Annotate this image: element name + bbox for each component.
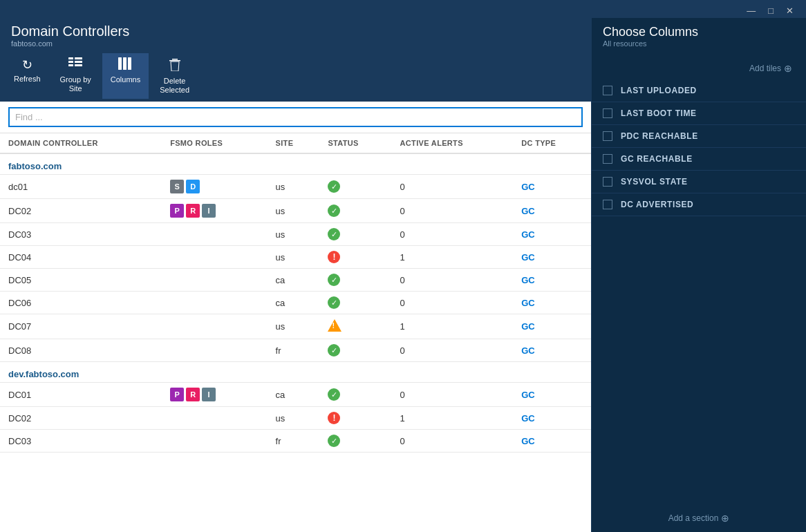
col-dc-type: DC TYPE — [513, 133, 591, 153]
column-checkbox[interactable] — [603, 86, 612, 95]
close-button[interactable]: ✕ — [782, 3, 798, 18]
dc-site: ca — [268, 292, 320, 314]
add-tiles-area: Add tiles ⊕ — [592, 52, 806, 79]
dc-site: us — [268, 246, 320, 269]
active-alerts: 0 — [392, 339, 514, 362]
dc-type: GC — [513, 339, 591, 362]
column-item-last-uploaded[interactable]: LAST UPLOADED — [592, 79, 806, 102]
column-checkbox[interactable] — [603, 131, 612, 141]
column-list: LAST UPLOADED LAST BOOT TIME PDC REACHAB… — [592, 79, 806, 504]
status-ok-icon: ✓ — [328, 180, 340, 193]
dc-site: us — [268, 407, 320, 430]
domain-controllers-table: DOMAIN CONTROLLER FSMO ROLES SITE STATUS… — [0, 133, 591, 453]
svg-rect-5 — [75, 64, 82, 66]
table-row[interactable]: DC01 PRI ca ✓ 0 GC — [0, 383, 591, 407]
maximize-button[interactable]: □ — [764, 3, 778, 18]
table-row[interactable]: DC02 PRI us ✓ 0 GC — [0, 199, 591, 223]
table-row[interactable]: DC03 us ✓ 0 GC — [0, 223, 591, 246]
column-item-dc-advertised[interactable]: DC ADVERTISED — [592, 193, 806, 216]
fsmo-badge-i: I — [202, 204, 216, 218]
table-body: fabtoso.com dc01 SD us ✓ 0 GC DC02 PRI u… — [0, 153, 591, 453]
group-by-button[interactable]: Group bySite — [52, 53, 100, 99]
table-row[interactable]: DC05 ca ✓ 0 GC — [0, 269, 591, 292]
dc-site: us — [268, 175, 320, 199]
status-error-icon: ! — [328, 251, 340, 263]
dc-site: us — [268, 223, 320, 246]
column-item-gc-reachable[interactable]: GC REACHABLE — [592, 148, 806, 171]
search-input[interactable] — [8, 107, 583, 127]
table-header: DOMAIN CONTROLLER FSMO ROLES SITE STATUS… — [0, 133, 591, 153]
refresh-button[interactable]: ↻ Refresh — [6, 53, 49, 99]
column-item-pdc-reachable[interactable]: PDC REACHABLE — [592, 125, 806, 148]
add-tiles-button[interactable]: Add tiles ⊕ — [744, 60, 798, 77]
status-error-icon: ! — [328, 412, 340, 424]
status-ok-icon: ✓ — [328, 296, 340, 309]
column-checkbox[interactable] — [603, 177, 612, 187]
col-fsmo-roles: FSMO ROLES — [162, 133, 267, 153]
dc-type: GC — [513, 383, 591, 407]
choose-columns-subtitle: All resources — [603, 39, 698, 48]
fsmo-badge-p: P — [170, 204, 184, 218]
add-tiles-label: Add tiles — [749, 64, 781, 73]
dc-status: ✓ — [319, 269, 391, 292]
column-item-last-boot-time[interactable]: LAST BOOT TIME — [592, 102, 806, 125]
dc-name: DC02 — [0, 407, 162, 430]
toolbar: ↻ Refresh Group bySite — [0, 50, 591, 102]
table-row[interactable]: DC07 us 1 GC — [0, 314, 591, 339]
column-checkbox[interactable] — [603, 200, 612, 209]
column-item-sysvol-state[interactable]: SYSVOL STATE — [592, 171, 806, 193]
delete-selected-button[interactable]: DeleteSelected — [151, 53, 198, 99]
fsmo-roles — [162, 430, 267, 453]
table-row[interactable]: DC03 fr ✓ 0 GC — [0, 430, 591, 453]
table-row[interactable]: DC08 fr ✓ 0 GC — [0, 339, 591, 362]
app-header: Domain Controllers fabtoso.com — [0, 18, 591, 50]
fsmo-roles — [162, 407, 267, 430]
search-bar — [0, 102, 591, 133]
table-row[interactable]: DC02 us ! 1 GC — [0, 407, 591, 430]
svg-rect-4 — [68, 64, 73, 66]
table-row[interactable]: DC06 ca ✓ 0 GC — [0, 292, 591, 314]
fsmo-badge-d: D — [186, 180, 200, 193]
delete-icon — [169, 57, 180, 75]
dc-name: DC01 — [0, 383, 162, 407]
group-by-icon — [68, 57, 82, 73]
dc-type: GC — [513, 175, 591, 199]
dc-status: ✓ — [319, 175, 391, 199]
content-area: DOMAIN CONTROLLER FSMO ROLES SITE STATUS… — [0, 102, 591, 532]
fsmo-roles — [162, 314, 267, 339]
active-alerts: 0 — [392, 199, 514, 223]
fsmo-roles — [162, 246, 267, 269]
dc-name: DC03 — [0, 223, 162, 246]
status-ok-icon: ✓ — [328, 344, 340, 357]
status-ok-icon: ✓ — [328, 228, 340, 240]
dc-type: GC — [513, 292, 591, 314]
app-container: Domain Controllers fabtoso.com ↻ Refresh — [0, 18, 806, 532]
title-bar: — □ ✕ — [0, 0, 806, 18]
status-ok-icon: ✓ — [328, 388, 340, 401]
column-label: GC REACHABLE — [621, 154, 693, 164]
active-alerts: 0 — [392, 383, 514, 407]
table-row[interactable]: DC04 us ! 1 GC — [0, 246, 591, 269]
column-checkbox[interactable] — [603, 154, 612, 164]
add-section-label: Add a section — [668, 513, 719, 523]
dc-status: ! — [319, 246, 391, 269]
column-checkbox[interactable] — [603, 108, 612, 118]
app-title: Domain Controllers — [11, 23, 580, 39]
status-warning-icon — [328, 319, 341, 332]
column-label: PDC REACHABLE — [621, 131, 698, 141]
add-section-button[interactable]: Add a section ⊕ — [592, 504, 806, 532]
minimize-button[interactable]: — — [742, 3, 760, 18]
dc-status: ! — [319, 407, 391, 430]
dc-status: ✓ — [319, 223, 391, 246]
add-tiles-icon: ⊕ — [784, 63, 792, 74]
table-row[interactable]: dc01 SD us ✓ 0 GC — [0, 175, 591, 199]
window-controls[interactable]: — □ ✕ — [742, 3, 800, 18]
columns-button[interactable]: Columns — [102, 53, 149, 99]
svg-rect-6 — [118, 57, 122, 70]
fsmo-roles: PRI — [162, 199, 267, 223]
col-active-alerts: ACTIVE ALERTS — [392, 133, 514, 153]
active-alerts: 0 — [392, 223, 514, 246]
dc-status: ✓ — [319, 339, 391, 362]
fsmo-roles — [162, 269, 267, 292]
group-by-label: Group bySite — [60, 75, 91, 93]
